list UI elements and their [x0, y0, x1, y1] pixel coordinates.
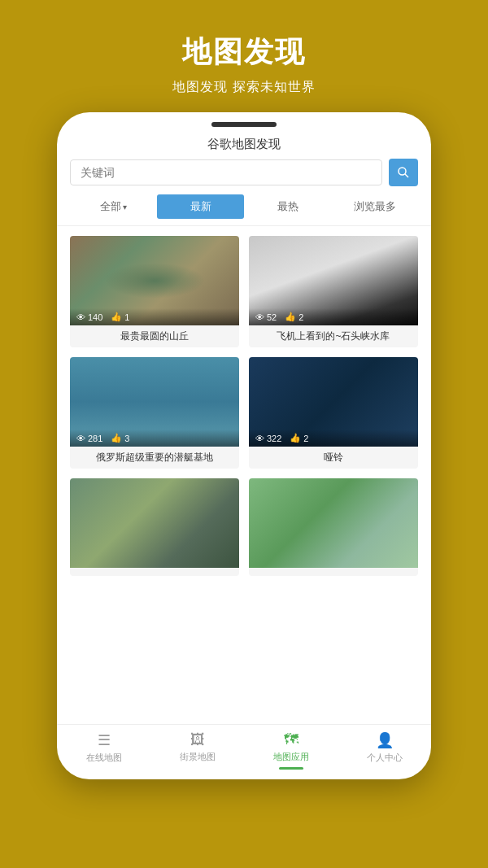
nav-item-map-apps[interactable]: 🗺 地图应用 — [244, 731, 338, 770]
card-4[interactable]: 👁 322 👍 2 哑铃 — [249, 357, 418, 469]
card-2-views: 👁 52 — [255, 312, 277, 322]
phone-inner: 谷歌地图发现 全部 最新 最热 浏览最多 — [57, 127, 431, 779]
card-4-views: 👁 322 — [255, 433, 281, 443]
card-5-title — [70, 568, 239, 576]
bottom-nav: ☰ 在线地图 🖼 街景地图 🗺 地图应用 👤 个人中心 — [57, 724, 431, 779]
card-3-likes: 👍 3 — [111, 433, 129, 443]
card-1-image: 👁 140 👍 1 — [70, 236, 239, 325]
card-3[interactable]: 👁 281 👍 3 俄罗斯超级重要的潜艇基地 — [70, 357, 239, 469]
nav-item-profile[interactable]: 👤 个人中心 — [338, 731, 431, 770]
card-1-title: 最贵最圆的山丘 — [70, 325, 239, 347]
nav-icon-map-apps: 🗺 — [284, 731, 298, 748]
card-2-title: 飞机上看到的~石头峡水库 — [249, 325, 418, 347]
search-input[interactable] — [70, 159, 382, 185]
card-4-image: 👁 322 👍 2 — [249, 357, 418, 447]
card-3-views: 👁 281 — [76, 433, 102, 443]
cards-grid: 👁 140 👍 1 最贵最圆的山丘 👁 52 👍 2 飞机上看到的~ — [70, 236, 418, 576]
card-2-likes: 👍 2 — [285, 312, 303, 322]
nav-icon-street: 🖼 — [190, 731, 205, 748]
card-1-likes: 👍 1 — [111, 312, 129, 322]
content-area: 👁 140 👍 1 最贵最圆的山丘 👁 52 👍 2 飞机上看到的~ — [57, 226, 431, 724]
card-2-image: 👁 52 👍 2 — [249, 236, 418, 325]
nav-label-street: 街景地图 — [180, 751, 216, 763]
card-3-stats: 👁 281 👍 3 — [70, 430, 239, 447]
nav-icon-profile: 👤 — [376, 731, 394, 749]
card-6-title — [249, 568, 418, 576]
card-4-likes: 👍 2 — [290, 433, 308, 443]
nav-item-street-view[interactable]: 🖼 街景地图 — [150, 731, 244, 770]
card-1[interactable]: 👁 140 👍 1 最贵最圆的山丘 — [70, 236, 239, 347]
card-1-stats: 👁 140 👍 1 — [70, 308, 239, 325]
card-6-image — [249, 478, 418, 568]
filter-tabs: 全部 最新 最热 浏览最多 — [57, 194, 431, 226]
card-3-title: 俄罗斯超级重要的潜艇基地 — [70, 447, 239, 469]
filter-tab-most-viewed[interactable]: 浏览最多 — [331, 194, 418, 219]
card-1-views: 👁 140 — [76, 312, 102, 322]
svg-point-0 — [399, 168, 406, 175]
card-2-stats: 👁 52 👍 2 — [249, 308, 418, 325]
page-title: 地图发现 — [172, 33, 315, 72]
nav-label-profile: 个人中心 — [367, 752, 403, 764]
card-3-image: 👁 281 👍 3 — [70, 357, 239, 447]
nav-label-online: 在线地图 — [86, 752, 122, 764]
search-bar — [57, 159, 431, 194]
filter-tab-all[interactable]: 全部 — [70, 194, 157, 219]
card-5[interactable] — [70, 478, 239, 576]
card-2[interactable]: 👁 52 👍 2 飞机上看到的~石头峡水库 — [249, 236, 418, 347]
card-4-stats: 👁 322 👍 2 — [249, 430, 418, 447]
page-header: 地图发现 地图发现 探索未知世界 — [156, 0, 331, 112]
app-bar: 谷歌地图发现 — [57, 127, 431, 159]
filter-tab-newest[interactable]: 最新 — [157, 194, 244, 219]
search-icon — [397, 166, 410, 179]
nav-label-map-apps: 地图应用 — [273, 751, 309, 763]
svg-line-1 — [405, 174, 408, 177]
nav-active-indicator — [279, 767, 303, 770]
filter-tab-hot[interactable]: 最热 — [244, 194, 331, 219]
search-button[interactable] — [389, 159, 418, 186]
nav-item-online-map[interactable]: ☰ 在线地图 — [57, 731, 150, 770]
phone-mockup: 谷歌地图发现 全部 最新 最热 浏览最多 — [57, 112, 431, 779]
page-subtitle: 地图发现 探索未知世界 — [172, 79, 315, 96]
card-5-image — [70, 478, 239, 568]
card-6[interactable] — [249, 478, 418, 576]
nav-icon-online: ☰ — [98, 731, 111, 749]
card-4-title: 哑铃 — [249, 447, 418, 469]
